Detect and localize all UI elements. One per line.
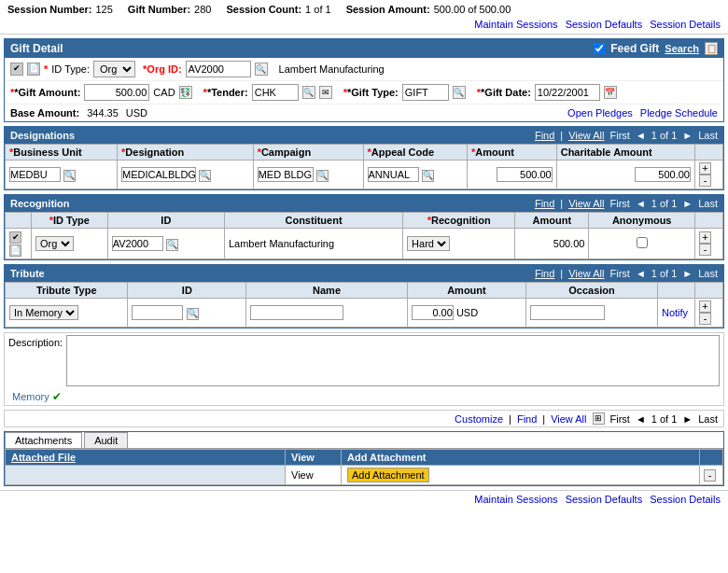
tab-audit[interactable]: Audit (84, 432, 128, 448)
rec-col-id: ID (107, 213, 224, 229)
pledge-schedule-link[interactable]: Pledge Schedule (640, 107, 718, 119)
des-campaign-input[interactable] (258, 167, 314, 182)
rec-col-recognition: *Recognition (403, 213, 515, 229)
tender-lookup-icon[interactable]: 🔍 (302, 86, 315, 99)
des-bu-input[interactable] (9, 167, 61, 182)
gift-detail-title: Gift Detail (10, 42, 63, 55)
tribute-last[interactable]: Last (698, 268, 718, 279)
rec-id-input[interactable] (112, 236, 163, 251)
recognition-table: *ID Type ID Constituent *Recognition Amo… (5, 212, 723, 259)
rec-doc-icon[interactable]: 📄 (9, 245, 21, 257)
gift-number-label: Gift Number: (128, 4, 190, 15)
grid-icon[interactable]: ⊞ (593, 412, 605, 425)
rec-id-lookup[interactable]: 🔍 (166, 239, 178, 251)
trib-remove-btn[interactable]: - (699, 313, 711, 325)
des-remove-btn[interactable]: - (699, 175, 711, 187)
search-link[interactable]: Search (665, 43, 699, 54)
maintain-sessions-link-top[interactable]: Maintain Sessions (474, 19, 557, 30)
customize-prev-icon[interactable]: ◄ (636, 413, 646, 425)
des-appeal-input[interactable] (368, 167, 419, 182)
tribute-section: Tribute Find | View All First ◄ 1 of 1 ►… (4, 264, 724, 328)
attach-remove-btn[interactable]: - (704, 469, 716, 482)
recognition-find[interactable]: Find (535, 198, 554, 209)
attached-file-col-link[interactable]: Attached File (11, 452, 76, 463)
tribute-find[interactable]: Find (535, 268, 554, 279)
des-appeal-lookup[interactable]: 🔍 (422, 170, 434, 182)
feed-gift-checkbox[interactable] (594, 43, 605, 54)
des-add-btn[interactable]: + (699, 162, 711, 175)
trib-type-select[interactable]: In Memory (9, 305, 78, 320)
description-textarea[interactable] (66, 335, 720, 386)
customize-find-link[interactable]: Find (517, 413, 537, 425)
gift-date-input[interactable] (535, 84, 600, 101)
calendar-icon[interactable]: 📅 (604, 86, 617, 99)
session-details-link-top[interactable]: Session Details (650, 19, 721, 30)
tribute-next-icon[interactable]: ► (682, 268, 693, 279)
des-charitable-input[interactable] (635, 167, 691, 182)
currency-icon[interactable]: 💱 (179, 86, 192, 99)
search-icon[interactable]: 📋 (705, 42, 718, 55)
customize-next-icon[interactable]: ► (682, 413, 693, 425)
tribute-first[interactable]: First (610, 268, 630, 279)
org-id-input[interactable] (186, 61, 251, 77)
doc-icon[interactable]: ✔ (10, 63, 23, 76)
session-details-link-bottom[interactable]: Session Details (650, 494, 721, 505)
doc-icon2[interactable]: 📄 (27, 63, 40, 76)
recognition-prev-icon[interactable]: ◄ (636, 198, 646, 209)
des-designation-input[interactable] (121, 167, 196, 182)
rec-check-icon[interactable]: ✔ (9, 231, 21, 244)
customize-first[interactable]: First (610, 413, 630, 425)
gift-type-lookup-icon[interactable]: 🔍 (453, 86, 466, 99)
open-pledges-link[interactable]: Open Pledges (567, 107, 633, 119)
rec-remove-btn[interactable]: - (699, 244, 711, 256)
designations-last[interactable]: Last (698, 130, 718, 141)
id-type-select[interactable]: Org (93, 61, 135, 77)
rec-idtype-select[interactable]: Org (35, 236, 74, 251)
trib-id-input[interactable] (132, 305, 183, 320)
des-bu-lookup[interactable]: 🔍 (63, 170, 76, 182)
des-des-lookup[interactable]: 🔍 (199, 170, 211, 182)
recognition-title: Recognition (10, 198, 70, 209)
trib-add-btn[interactable]: + (699, 300, 711, 313)
maintain-sessions-link-bottom[interactable]: Maintain Sessions (474, 494, 557, 505)
customize-view-all-link[interactable]: View All (551, 413, 586, 425)
trib-amount-input[interactable] (412, 305, 454, 320)
recognition-last[interactable]: Last (698, 198, 718, 209)
rec-anon-checkbox[interactable] (637, 237, 648, 248)
gift-type-input[interactable] (402, 84, 449, 101)
add-attachment-btn[interactable]: Add Attachment (347, 468, 429, 482)
des-amount-input[interactable] (497, 167, 553, 182)
designations-first[interactable]: First (610, 130, 630, 141)
customize-bar: Customize | Find | View All ⊞ First ◄ 1 … (4, 410, 724, 427)
designations-view-all[interactable]: View All (568, 130, 604, 141)
trib-name-input[interactable] (250, 305, 343, 320)
tab-attachments[interactable]: Attachments (5, 432, 82, 448)
gift-number-value: 280 (194, 4, 211, 15)
des-col-amount: *Amount (468, 145, 557, 161)
designations-next-icon[interactable]: ► (682, 130, 693, 141)
recognition-next-icon[interactable]: ► (682, 198, 693, 209)
session-defaults-link-bottom[interactable]: Session Defaults (566, 494, 643, 505)
designations-find[interactable]: Find (535, 130, 554, 141)
trib-id-lookup[interactable]: 🔍 (187, 308, 199, 320)
des-camp-lookup[interactable]: 🔍 (316, 170, 329, 182)
rec-recognition-select[interactable]: Hard (407, 236, 450, 251)
rec-add-btn[interactable]: + (699, 231, 711, 244)
gift-amount-input[interactable] (84, 84, 149, 101)
customize-last[interactable]: Last (698, 413, 718, 425)
customize-link[interactable]: Customize (455, 413, 503, 425)
recognition-view-all[interactable]: View All (568, 198, 604, 209)
view-col-label: View (291, 452, 315, 463)
tender-input[interactable] (252, 84, 299, 101)
tender-action-icon[interactable]: ✉ (319, 86, 332, 99)
tribute-view-all[interactable]: View All (568, 268, 604, 279)
id-type-text: ID Type: (51, 63, 90, 75)
recognition-first[interactable]: First (610, 198, 630, 209)
tribute-prev-icon[interactable]: ◄ (636, 268, 646, 279)
org-lookup-icon[interactable]: 🔍 (255, 63, 268, 76)
session-defaults-link-top[interactable]: Session Defaults (566, 19, 643, 30)
rec-col-idtype: *ID Type (32, 213, 108, 229)
trib-occasion-input[interactable] (530, 305, 605, 320)
designations-prev-icon[interactable]: ◄ (636, 130, 646, 141)
trib-notify-link[interactable]: Notify (662, 307, 688, 318)
